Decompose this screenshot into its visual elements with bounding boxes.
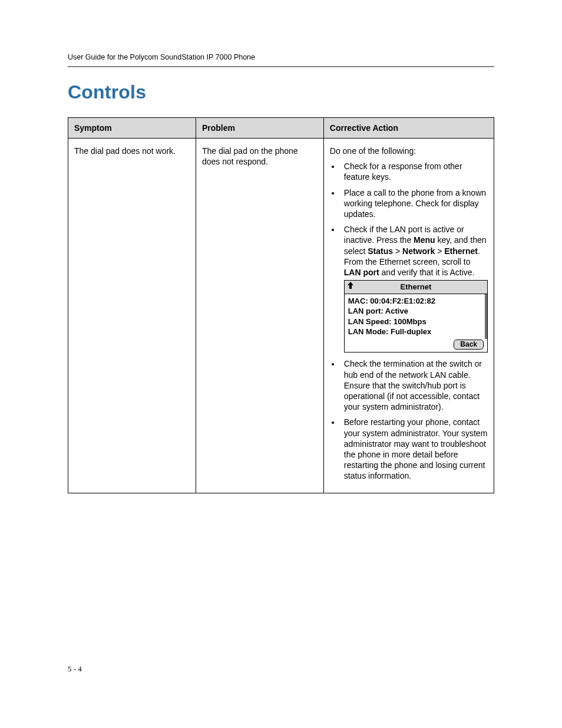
page-header: User Guide for the Polycom SoundStation … <box>68 53 494 61</box>
bold-network: Network <box>402 246 435 256</box>
list-item: Check the termination at the switch or h… <box>340 358 488 412</box>
phone-screen-line: LAN Mode: Full-duplex <box>348 327 482 337</box>
page-number: 5 - 4 <box>68 664 82 674</box>
phone-screen-footer: Back <box>345 339 487 353</box>
phone-screen-body: MAC: 00:04:F2:E1:02:82 LAN port: Active … <box>345 294 487 339</box>
phone-screen-line: MAC: 00:04:F2:E1:02:82 <box>348 296 482 307</box>
cell-problem: The dial pad on the phone does not respo… <box>196 139 323 493</box>
action-list: Check for a response from other feature … <box>330 161 488 481</box>
bold-status: Status <box>368 246 393 256</box>
cell-symptom: The dial pad does not work. <box>68 139 196 493</box>
up-arrow-icon <box>347 281 354 292</box>
th-symptom: Symptom <box>68 118 196 139</box>
th-action: Corrective Action <box>323 118 494 139</box>
table-header-row: Symptom Problem Corrective Action <box>68 118 494 139</box>
phone-screen-line: LAN port: Active <box>348 306 482 317</box>
list-item: Check for a response from other feature … <box>340 161 488 182</box>
text: > <box>435 246 444 256</box>
th-problem: Problem <box>196 118 323 139</box>
bold-menu: Menu <box>414 235 435 245</box>
phone-screen-title: Ethernet <box>401 282 432 291</box>
list-item: Before restarting your phone, contact yo… <box>340 417 488 481</box>
text: and verify that it is Active. <box>379 268 475 277</box>
table-row: The dial pad does not work. The dial pad… <box>68 139 494 493</box>
bold-lanport: LAN port <box>344 268 379 277</box>
action-intro: Do one of the following: <box>330 146 488 156</box>
section-title: Controls <box>68 81 494 103</box>
phone-screen: Ethernet MAC: 00:04:F2:E1:02:82 LAN port… <box>344 280 488 353</box>
phone-screen-line: LAN Speed: 100Mbps <box>348 317 482 327</box>
list-item-lan: Check if the LAN port is active or inact… <box>340 224 488 353</box>
phone-screen-scrollbar <box>485 294 487 339</box>
troubleshooting-table: Symptom Problem Corrective Action The di… <box>68 117 494 493</box>
phone-screen-title-bar: Ethernet <box>345 281 487 294</box>
cell-action: Do one of the following: Check for a res… <box>323 139 494 493</box>
list-item: Place a call to the phone from a known w… <box>340 187 488 220</box>
bold-ethernet: Ethernet <box>444 246 478 256</box>
header-divider <box>68 66 494 67</box>
back-button[interactable]: Back <box>454 340 484 350</box>
text: > <box>393 246 402 256</box>
